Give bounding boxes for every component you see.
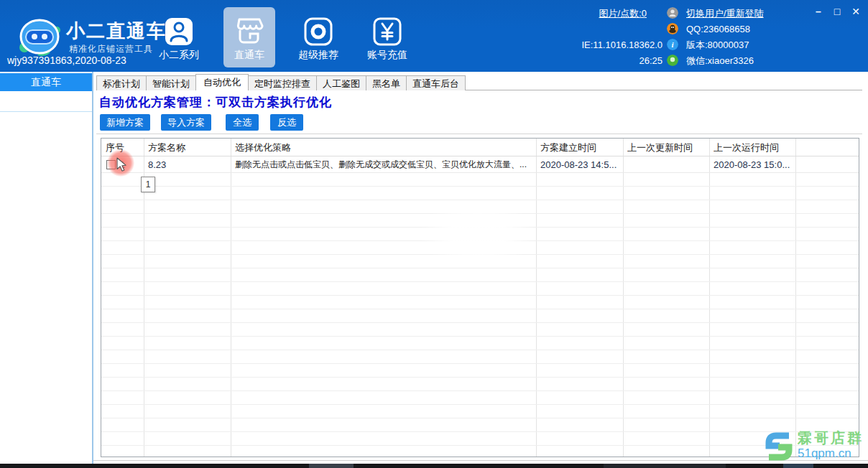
tab-smart-plan[interactable]: 智能计划 [146,75,196,90]
taskbar-patch [309,464,354,468]
maximize-button[interactable]: □ [829,6,845,19]
app-title: 小二直通车 [66,19,167,44]
wechat-id: 微信:xiaoer3326 [686,55,754,67]
tab-blacklist[interactable]: 黑名单 [366,75,407,90]
logged-in-user: wjy937391863,2020-08-23 [7,55,126,66]
col-header-strategy: 选择优化策略 [235,139,291,156]
record-circle-icon [304,17,333,46]
page-number-box[interactable]: 1 [141,177,155,192]
col-header-updated: 上一次更新时间 [627,139,693,156]
taskbar-edge [0,464,868,468]
tab-bar: 标准计划 智能计划 自动优化 定时监控排查 人工鉴图 黑名单 直通车后台 [96,75,465,90]
sidebar-item-zhitongche[interactable]: 直通车 [0,73,92,91]
app-version: 版本:80000037 [686,39,749,51]
nav-item-xiaoer-series[interactable]: 小二系列 [153,7,205,67]
nav-label: 账号充值 [361,49,413,62]
table-row-empty [101,378,859,391]
col-header-last-run: 上一次运行时间 [714,139,779,156]
cell-name: 8.23 [148,156,166,173]
sidebar: 直通车 [0,72,93,464]
tab-auto-optimize[interactable]: 自动优化 [195,74,249,90]
tab-standard-plan[interactable]: 标准计划 [96,75,147,90]
plans-table: 序号 方案名称 选择优化策略 方案建立时间 上一次更新时间 上一次运行时间 1 … [101,138,859,457]
table-row-empty [101,296,859,309]
table-row-empty [101,432,859,446]
nav-label: 直通车 [223,49,275,62]
table-row-empty [101,405,859,418]
nav-item-super-recommend[interactable]: 超级推荐 [292,7,344,67]
nav-label: 小二系列 [153,49,205,62]
timer-value: 26:25 [553,55,662,67]
content-bottom-border [93,460,868,461]
table-row-empty [101,173,859,187]
watermark-name: 霖哥店群 [798,429,864,448]
tab-scheduled-monitor[interactable]: 定时监控排查 [248,75,317,90]
table-row-empty [101,323,859,337]
faint-center-watermark [420,201,535,267]
import-plan-button[interactable]: 导入方案 [161,114,211,131]
mouse-cursor-icon [116,157,127,172]
table-row-empty [101,364,859,378]
table-row-empty [101,350,859,364]
table-row-empty [101,309,859,323]
user-gray-icon [667,7,678,19]
table-row-empty [101,446,859,457]
nav-item-zhitongche[interactable]: 直通车 [223,7,275,67]
col-header-name: 方案名称 [148,139,185,156]
switch-user-link[interactable]: 切换用户/重新登陆 [686,8,764,19]
page-title: 自动优化方案管理：可双击方案执行优化 [99,94,332,111]
info-icon: i [667,39,678,50]
add-plan-button[interactable]: 新增方案 [100,114,150,131]
table-header-row: 序号 方案名称 选择优化策略 方案建立时间 上一次更新时间 上一次运行时间 [101,139,859,156]
wechat-status-icon [667,55,678,66]
watermark-site: 51qpm.cn [798,446,851,461]
table-row-empty [101,337,859,350]
app-window: 小二直通车 精准化店铺运营工具 wjy937391863,2020-08-23 … [0,0,868,468]
ie-version: IE:11.1016.18362.0 [553,39,662,51]
select-all-button[interactable]: 全选 [226,114,259,131]
qq-icon [667,23,678,34]
tab-manual-image-review[interactable]: 人工鉴图 [316,75,366,90]
close-button[interactable]: ✕ [848,6,864,19]
taskbar-patch [604,464,726,468]
col-header-created: 方案建立时间 [540,139,596,156]
yuan-icon [373,17,402,46]
qq-number: QQ:236068658 [686,23,750,35]
nav-item-recharge[interactable]: 账号充值 [361,7,413,67]
invert-selection-button[interactable]: 反选 [270,114,303,131]
table-row[interactable]: 1 8.23 删除无点击或点击低宝贝、删除无成交或成交低宝贝、宝贝优化放大流量、… [101,156,859,173]
table-row-empty [101,268,859,282]
table-row-empty [101,187,859,200]
cell-last-run: 2020-08-23 15:0... [714,156,790,173]
table-row-empty [101,418,859,432]
app-subtitle: 精准化店铺运营工具 [69,43,153,55]
table-row-empty [101,391,859,405]
points-link[interactable]: 图片/点数:0 [599,8,647,19]
site-watermark: 霖哥店群 51qpm.cn [763,429,868,464]
cell-created: 2020-08-23 14:5... [540,156,617,173]
table-row-empty [101,282,859,296]
app-logo-robot-icon [16,16,63,57]
header-bar: 小二直通车 精准化店铺运营工具 wjy937391863,2020-08-23 … [0,0,868,72]
toolbar-separator [96,134,862,134]
storefront-icon [233,14,266,47]
minimize-button[interactable]: – [811,6,826,19]
nav-label: 超级推荐 [292,49,344,62]
person-icon [165,17,193,46]
sidebar-divider [0,111,92,112]
tab-ztc-backend[interactable]: 直通车后台 [406,75,466,90]
cell-strategy: 删除无点击或点击低宝贝、删除无成交或成交低宝贝、宝贝优化放大流量、... [235,156,534,173]
watermark-s-logo-icon [763,430,795,463]
